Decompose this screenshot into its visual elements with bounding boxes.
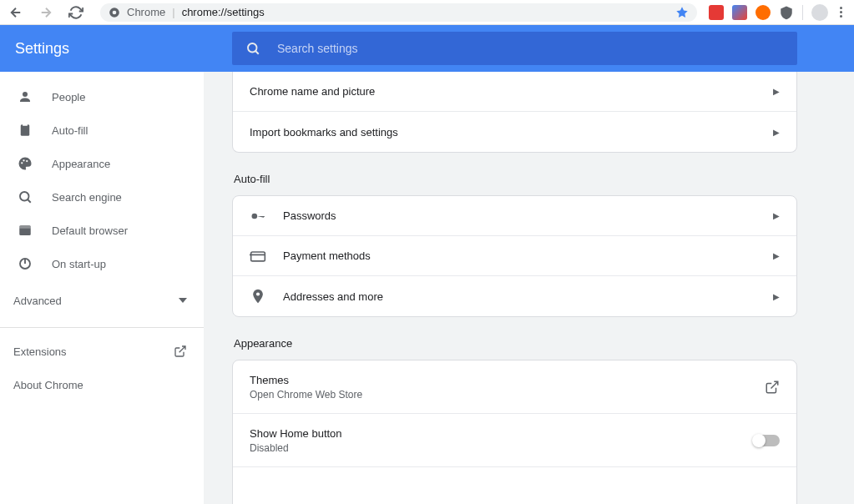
row-label: Payment methods <box>283 249 773 262</box>
sidebar-item-default-browser[interactable]: Default browser <box>0 214 204 247</box>
credit-card-icon <box>250 248 283 265</box>
address-site: Chrome <box>127 6 165 18</box>
sidebar-item-people[interactable]: People <box>0 80 204 113</box>
chrome-icon <box>109 7 120 18</box>
chevron-down-icon <box>179 298 187 303</box>
sidebar-item-autofill[interactable]: Auto-fill <box>0 113 204 147</box>
address-bar[interactable]: Chrome | chrome://settings <box>100 3 697 22</box>
star-icon[interactable] <box>675 6 689 19</box>
chevron-right-icon: ▶ <box>773 128 780 137</box>
external-link-icon <box>174 345 187 358</box>
browser-icon <box>17 223 33 238</box>
sidebar-item-appearance[interactable]: Appearance <box>0 147 204 180</box>
svg-point-17 <box>256 292 260 295</box>
sidebar-extensions[interactable]: Extensions <box>0 335 204 368</box>
row-sublabel: Open Chrome Web Store <box>250 389 765 401</box>
reload-icon[interactable] <box>68 5 83 20</box>
address-divider: | <box>172 6 174 18</box>
row-passwords[interactable]: Passwords ▶ <box>233 196 796 236</box>
sidebar-item-label: Default browser <box>52 224 128 237</box>
page-title: Settings <box>0 40 232 58</box>
toolbar-divider <box>802 5 803 20</box>
chevron-right-icon: ▶ <box>773 87 780 96</box>
nav-icons <box>8 5 83 20</box>
extension-icons <box>709 4 846 21</box>
section-title-appearance: Appearance <box>234 337 797 350</box>
clipboard-icon <box>17 123 33 138</box>
row-label: Import bookmarks and settings <box>250 126 773 139</box>
palette-icon <box>17 156 33 171</box>
svg-point-8 <box>26 160 28 162</box>
sidebar-item-label: Auto-fill <box>52 124 88 137</box>
ext-icon-2[interactable] <box>732 5 747 20</box>
search-icon <box>245 41 260 56</box>
external-link-icon <box>765 380 780 395</box>
svg-point-2 <box>248 43 257 53</box>
content-area: Chrome name and picture ▶ Import bookmar… <box>204 72 854 504</box>
key-icon <box>250 208 283 224</box>
row-label: Show Home button <box>250 427 753 440</box>
row-label: Addresses and more <box>283 290 773 303</box>
sidebar-item-label: Appearance <box>52 158 110 170</box>
svg-point-1 <box>113 10 117 14</box>
row-import-bookmarks[interactable]: Import bookmarks and settings ▶ <box>233 112 796 152</box>
search-input[interactable] <box>277 42 784 55</box>
extensions-label: Extensions <box>13 345 67 358</box>
sidebar-item-search-engine[interactable]: Search engine <box>0 180 204 214</box>
row-payment[interactable]: Payment methods ▶ <box>233 236 796 276</box>
ext-icon-1[interactable] <box>709 5 724 20</box>
svg-rect-4 <box>21 124 30 136</box>
row-text: Show Home button Disabled <box>250 427 753 454</box>
sidebar-item-label: Search engine <box>52 191 122 204</box>
ext-icon-3[interactable] <box>755 5 771 20</box>
sidebar-about[interactable]: About Chrome <box>0 368 204 401</box>
main-area: People Auto-fill Appearance Search engin… <box>0 72 854 504</box>
settings-header: Settings <box>0 25 854 72</box>
search-box[interactable] <box>232 32 797 65</box>
svg-point-14 <box>252 213 258 219</box>
sidebar-item-label: On start-up <box>52 258 106 270</box>
location-icon <box>250 288 283 305</box>
chevron-right-icon: ▶ <box>773 211 780 220</box>
back-icon[interactable] <box>8 5 23 20</box>
advanced-label: Advanced <box>13 295 62 307</box>
forward-icon[interactable] <box>38 5 53 20</box>
section-title-autofill: Auto-fill <box>234 173 797 185</box>
chevron-right-icon: ▶ <box>773 251 780 260</box>
power-icon <box>17 256 33 271</box>
row-sublabel: Disabled <box>250 442 753 454</box>
person-icon <box>17 89 33 104</box>
chevron-right-icon: ▶ <box>773 292 780 301</box>
sidebar-item-startup[interactable]: On start-up <box>0 247 204 280</box>
address-path: chrome://settings <box>182 6 265 18</box>
people-card: Chrome name and picture ▶ Import bookmar… <box>232 72 797 153</box>
svg-point-7 <box>23 159 24 161</box>
svg-rect-5 <box>23 123 28 126</box>
row-addresses[interactable]: Addresses and more ▶ <box>233 276 796 316</box>
row-label: Themes <box>250 374 765 386</box>
avatar[interactable] <box>811 4 828 21</box>
svg-rect-11 <box>19 225 31 229</box>
row-label: Passwords <box>283 209 773 222</box>
search-icon <box>17 189 33 204</box>
about-label: About Chrome <box>13 379 83 391</box>
appearance-card: Themes Open Chrome Web Store Show Home b… <box>232 360 797 504</box>
toggle-home-button[interactable] <box>753 435 780 446</box>
ext-icon-4[interactable] <box>779 5 794 20</box>
row-home-button[interactable]: Show Home button Disabled <box>233 414 796 467</box>
sidebar: People Auto-fill Appearance Search engin… <box>0 72 204 504</box>
svg-point-3 <box>23 92 28 97</box>
svg-point-9 <box>20 192 29 201</box>
sidebar-item-label: People <box>52 91 85 103</box>
sidebar-advanced[interactable]: Advanced <box>0 280 204 320</box>
row-chrome-name[interactable]: Chrome name and picture ▶ <box>233 72 796 112</box>
row-text: Themes Open Chrome Web Store <box>250 374 765 401</box>
sidebar-divider <box>0 327 204 328</box>
more-menu-icon[interactable] <box>836 7 846 18</box>
row-themes[interactable]: Themes Open Chrome Web Store <box>233 360 796 414</box>
autofill-card: Passwords ▶ Payment methods ▶ Addresses … <box>232 195 797 317</box>
svg-rect-15 <box>251 252 265 261</box>
row-label: Chrome name and picture <box>250 85 773 98</box>
svg-point-6 <box>21 162 23 164</box>
browser-toolbar: Chrome | chrome://settings <box>0 0 854 25</box>
